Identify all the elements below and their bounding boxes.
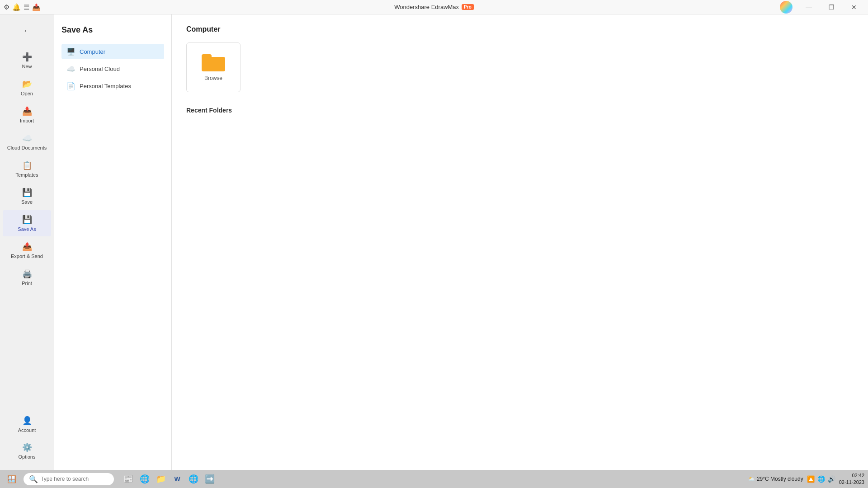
taskbar-clock[interactable]: 02:42 02-11-2023 bbox=[839, 472, 864, 486]
sidebar-item-save-as-label: Save As bbox=[18, 226, 36, 232]
sidebar-item-cloud[interactable]: ☁️ Cloud Documents bbox=[3, 129, 51, 155]
folder-icon bbox=[202, 53, 225, 71]
sidebar-item-import[interactable]: 📥 Import bbox=[3, 102, 51, 128]
sidebar-item-print-label: Print bbox=[22, 281, 32, 286]
taskbar-date: 02-11-2023 bbox=[839, 479, 864, 486]
taskbar-right-icons: 🔼 🌐 🔊 bbox=[807, 475, 835, 483]
close-button[interactable]: ✕ bbox=[844, 0, 864, 14]
sidebar-item-import-label: Import bbox=[20, 118, 34, 123]
personal-cloud-icon: ☁️ bbox=[67, 65, 75, 73]
title-bar-center: Wondershare EdrawMax Pro bbox=[394, 4, 474, 10]
title-bar: ⚙ 🔔 ☰ 📤 Wondershare EdrawMax Pro — ❐ ✕ bbox=[0, 0, 868, 14]
templates-icon: 📋 bbox=[22, 160, 32, 170]
browse-folder-button[interactable]: Browse bbox=[186, 42, 241, 92]
sidebar-bottom: 👤 Account ⚙️ Options bbox=[0, 411, 54, 470]
search-icon: 🔍 bbox=[29, 475, 38, 483]
save-icon: 💾 bbox=[22, 188, 32, 197]
language-icon[interactable]: 🌐 bbox=[817, 475, 825, 483]
location-computer-label: Computer bbox=[80, 48, 105, 55]
taskbar-app-word[interactable]: W bbox=[170, 472, 184, 486]
sidebar-item-export-label: Export & Send bbox=[11, 253, 43, 259]
sidebar-item-new[interactable]: ➕ New bbox=[3, 47, 51, 74]
taskbar-weather: 🌥️ 29°C Mostly cloudy bbox=[748, 476, 803, 482]
pro-badge: Pro bbox=[462, 4, 474, 10]
sidebar-item-templates-label: Templates bbox=[15, 172, 38, 178]
sidebar-item-account-label: Account bbox=[18, 427, 36, 433]
taskbar-app-explorer[interactable]: 📁 bbox=[154, 472, 168, 486]
import-icon: 📥 bbox=[22, 106, 32, 116]
options-icon: ⚙️ bbox=[22, 442, 32, 452]
avatar bbox=[776, 0, 797, 14]
user-avatar bbox=[780, 1, 793, 14]
taskbar-app-chrome[interactable]: 🌐 bbox=[186, 472, 201, 486]
location-computer[interactable]: 🖥️ Computer bbox=[61, 44, 164, 59]
sidebar-item-new-label: New bbox=[22, 64, 32, 69]
taskbar: 🪟 🔍 📰 🌐 📁 W 🌐 ➡️ 🌥️ 29°C Mostly cloudy 🔼… bbox=[0, 470, 868, 488]
sidebar-item-open-label: Open bbox=[21, 91, 33, 96]
new-icon: ➕ bbox=[22, 52, 32, 62]
title-bar-left: ⚙ 🔔 ☰ 📤 bbox=[4, 3, 41, 11]
sidebar-item-templates[interactable]: 📋 Templates bbox=[3, 156, 51, 182]
toolbar-icon-2[interactable]: 🔔 bbox=[12, 3, 21, 11]
taskbar-app-edraw[interactable]: ➡️ bbox=[203, 472, 217, 486]
weather-icon: 🌥️ bbox=[748, 476, 755, 482]
toolbar-icons: ⚙ 🔔 ☰ 📤 bbox=[4, 3, 41, 11]
start-button[interactable]: 🪟 bbox=[4, 471, 20, 487]
panel-title: Save As bbox=[61, 25, 164, 35]
app-title: Wondershare EdrawMax bbox=[394, 4, 459, 10]
sidebar-item-export[interactable]: 📤 Export & Send bbox=[3, 237, 51, 263]
account-icon: 👤 bbox=[22, 416, 32, 426]
taskbar-app-widgets[interactable]: 📰 bbox=[121, 472, 136, 486]
location-personal-templates-label: Personal Templates bbox=[80, 83, 131, 89]
restore-button[interactable]: ❐ bbox=[821, 0, 842, 14]
weather-text: 29°C Mostly cloudy bbox=[757, 476, 803, 482]
export-icon: 📤 bbox=[22, 242, 32, 252]
toolbar-icon-4[interactable]: 📤 bbox=[32, 3, 41, 11]
location-personal-cloud[interactable]: ☁️ Personal Cloud bbox=[61, 61, 164, 76]
sidebar-item-print[interactable]: 🖨️ Print bbox=[3, 264, 51, 291]
sidebar-item-options-label: Options bbox=[19, 454, 36, 460]
panel-middle: Save As 🖥️ Computer ☁️ Personal Cloud 📄 … bbox=[54, 14, 172, 470]
personal-templates-icon: 📄 bbox=[67, 82, 75, 90]
print-icon: 🖨️ bbox=[22, 269, 32, 279]
location-personal-templates[interactable]: 📄 Personal Templates bbox=[61, 78, 164, 94]
sidebar-item-cloud-label: Cloud Documents bbox=[7, 145, 47, 150]
toolbar-icon-3[interactable]: ☰ bbox=[24, 3, 29, 11]
main-content: Computer Browse Recent Folders bbox=[172, 14, 868, 470]
save-as-icon: 💾 bbox=[22, 215, 32, 225]
taskbar-time: 02:42 bbox=[839, 472, 864, 479]
back-button[interactable]: ← bbox=[18, 22, 36, 40]
window-controls: — ❐ ✕ bbox=[776, 0, 864, 14]
sidebar-item-open[interactable]: 📂 Open bbox=[3, 75, 51, 101]
taskbar-right: 🌥️ 29°C Mostly cloudy 🔼 🌐 🔊 02:42 02-11-… bbox=[748, 472, 864, 486]
cloud-icon: ☁️ bbox=[22, 133, 32, 143]
taskbar-apps: 📰 🌐 📁 W 🌐 ➡️ bbox=[121, 472, 217, 486]
app-container: ← ➕ New 📂 Open 📥 Import ☁️ Cloud Documen… bbox=[0, 14, 868, 470]
taskbar-app-edge[interactable]: 🌐 bbox=[137, 472, 152, 486]
volume-icon[interactable]: 🔊 bbox=[828, 475, 835, 483]
toolbar-icon-1[interactable]: ⚙ bbox=[4, 3, 9, 11]
open-icon: 📂 bbox=[22, 79, 32, 89]
sidebar-item-save[interactable]: 💾 Save bbox=[3, 183, 51, 209]
system-tray-icon[interactable]: 🔼 bbox=[807, 475, 815, 483]
search-input[interactable] bbox=[41, 476, 108, 482]
taskbar-search[interactable]: 🔍 bbox=[24, 473, 114, 485]
sidebar-item-options[interactable]: ⚙️ Options bbox=[3, 438, 51, 464]
section-title: Computer bbox=[186, 25, 854, 33]
sidebar-item-save-as[interactable]: 💾 Save As bbox=[3, 210, 51, 236]
minimize-button[interactable]: — bbox=[798, 0, 819, 14]
recent-folders-title: Recent Folders bbox=[186, 107, 854, 114]
location-personal-cloud-label: Personal Cloud bbox=[80, 66, 120, 72]
browse-label: Browse bbox=[204, 75, 222, 81]
sidebar-left: ← ➕ New 📂 Open 📥 Import ☁️ Cloud Documen… bbox=[0, 14, 54, 470]
sidebar-item-account[interactable]: 👤 Account bbox=[3, 411, 51, 437]
sidebar-item-save-label: Save bbox=[21, 199, 33, 205]
computer-icon: 🖥️ bbox=[67, 47, 75, 56]
